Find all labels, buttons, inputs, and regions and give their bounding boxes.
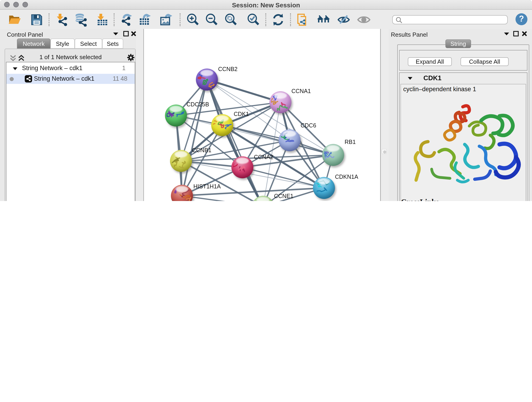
svg-text:CCNB2: CCNB2 (218, 66, 238, 72)
svg-text:CCNA1: CCNA1 (291, 88, 311, 94)
svg-text:CCNE1: CCNE1 (274, 193, 293, 199)
svg-text:CDK1: CDK1 (234, 111, 249, 117)
svg-text:CCNB1: CCNB1 (192, 147, 211, 153)
svg-text:CDC6: CDC6 (301, 122, 316, 128)
svg-text:RB1: RB1 (345, 139, 356, 145)
svg-text:CDC25B: CDC25B (186, 101, 209, 108)
svg-text:HIST1H1A: HIST1H1A (193, 183, 221, 190)
svg-text:CDKN1A: CDKN1A (335, 173, 358, 180)
svg-text:CCNA2: CCNA2 (254, 154, 273, 160)
